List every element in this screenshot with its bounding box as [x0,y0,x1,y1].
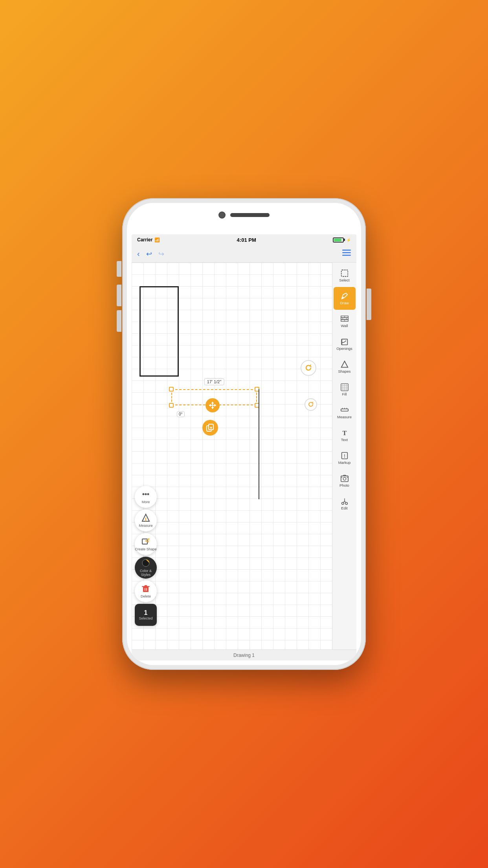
svg-rect-12 [143,587,149,592]
delete-label: Delete [141,594,151,598]
text-button[interactable]: T Text [334,424,356,447]
openings-icon [340,337,349,346]
phone-screen: Carrier 📶 4:01 PM ⚡ ‹ ↩ ↪ [127,203,361,665]
charging-icon: ⚡ [346,238,351,242]
selected-badge: 1 Selected [135,604,157,626]
wall-shape [139,286,179,377]
selected-count: 1 [144,609,148,616]
status-bar: Carrier 📶 4:01 PM ⚡ [132,234,356,245]
shapes-button[interactable]: Shapes [334,355,356,378]
svg-point-7 [147,493,149,495]
more-button[interactable]: More [135,486,157,508]
edit-label: Edit [341,506,347,510]
markup-icon: ! [340,451,349,460]
duplicate-button[interactable] [202,420,218,436]
photo-button[interactable]: Photo [334,469,356,492]
svg-point-5 [143,493,145,495]
wifi-icon: 📶 [154,237,160,243]
create-shape-icon [141,537,150,547]
draw-label: Draw [340,301,349,305]
delete-button[interactable]: Delete [135,580,157,602]
measure-right-button[interactable]: Measure [334,401,356,424]
measure-left-icon [141,513,150,523]
color-styles-button[interactable]: Color & Styles [135,557,157,579]
dimension-label: 17' 1/2" [204,378,224,385]
hamburger-icon [342,250,351,256]
shape-icon [141,537,150,546]
top-toolbar: ‹ ↩ ↪ [132,245,356,263]
svg-rect-2 [342,255,351,256]
selected-label: Selected [139,616,152,620]
color-styles-label: Color & Styles [135,569,157,577]
openings-button[interactable]: Openings [334,333,356,355]
redo-button[interactable]: ↪ [157,248,166,260]
wall-button[interactable]: Wall [334,310,356,333]
svg-text:T: T [342,429,347,437]
measure-left-label: Measure [139,524,152,528]
canvas[interactable]: 17' 1/2" 0° [132,263,332,649]
svg-rect-41 [341,476,348,482]
dots-icon [141,490,150,498]
markup-button[interactable]: ! Markup [334,447,356,469]
select-label: Select [339,278,349,282]
svg-rect-15 [341,270,348,277]
svg-point-6 [145,493,147,495]
svg-rect-18 [341,318,348,320]
svg-line-47 [343,501,345,503]
photo-label: Photo [339,484,349,487]
power-button [367,289,371,320]
openings-label: Openings [336,347,352,351]
wall-label: Wall [341,324,348,328]
status-left: Carrier 📶 [137,237,160,243]
screen-content: Carrier 📶 4:01 PM ⚡ ‹ ↩ ↪ [132,234,356,660]
delete-icon [141,584,150,594]
undo-button[interactable]: ↩ [145,248,154,260]
handle-bottom-left[interactable] [169,403,174,408]
select-icon [340,269,349,278]
move-icon [209,402,216,409]
mute-button [117,261,121,277]
drawing-title: Drawing 1 [233,653,255,658]
battery-indicator [333,237,344,243]
draw-icon [340,292,349,300]
measure-right-label: Measure [337,415,352,419]
toolbar-right [341,250,352,258]
measure-icon [141,513,150,522]
handle-top-left[interactable] [169,387,174,392]
color-circle-icon [141,559,150,567]
svg-rect-0 [342,250,351,251]
canvas-action-button[interactable] [301,360,316,376]
volume-down-button [117,310,121,332]
edit-icon [340,497,349,506]
photo-icon [340,474,349,483]
wall-icon [340,314,349,323]
rotate-circle-icon [308,401,314,408]
edit-button[interactable]: Edit [334,492,356,515]
draw-button[interactable]: Draw [334,287,356,310]
fill-label: Fill [342,392,347,396]
measure-right-icon [340,406,349,414]
svg-line-48 [345,501,346,503]
fill-button[interactable]: Fill [334,378,356,401]
vertical-line-element [259,389,259,499]
fill-icon [340,383,349,392]
duplicate-icon [206,424,214,432]
create-shape-label: Create Shape [135,547,157,551]
rotate-icon [305,364,312,372]
markup-label: Markup [338,461,351,465]
angle-label: 0° [177,411,185,417]
status-right: ⚡ [333,237,351,243]
move-handle[interactable] [205,398,220,412]
rotate-handle[interactable] [305,398,317,411]
right-toolbar: Select Draw [332,263,356,649]
toolbar-left: ‹ ↩ ↪ [136,248,166,260]
create-shape-button[interactable]: Create Shape [135,533,157,555]
back-button[interactable]: ‹ [136,248,141,260]
more-icon [141,490,150,500]
measure-left-button[interactable]: Measure [135,509,157,531]
camera-area [205,211,283,219]
menu-button[interactable] [341,248,352,259]
svg-rect-34 [341,409,348,411]
shapes-label: Shapes [338,370,350,373]
select-button[interactable]: Select [334,264,356,287]
